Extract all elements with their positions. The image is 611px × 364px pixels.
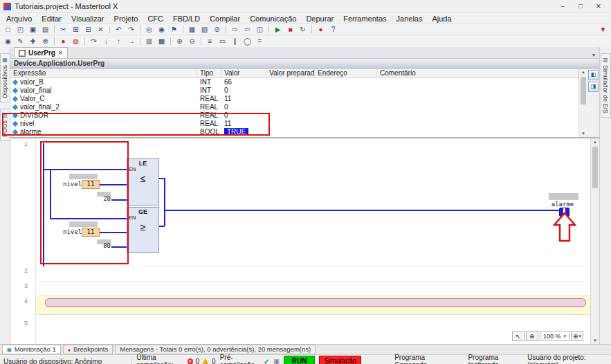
valor-cell[interactable]: 66 — [221, 78, 266, 87]
tab-breakpoints[interactable]: ● Breakpoints — [63, 345, 113, 354]
panel-tab-dispositivos[interactable]: ▦ Dispositivos — [0, 53, 10, 102]
paste-button[interactable]: ⊟ — [82, 25, 94, 34]
insert-network-button[interactable]: ≡ — [204, 37, 216, 46]
insert-box-button[interactable]: ▭ — [217, 37, 228, 46]
close-button[interactable]: ✕ — [590, 0, 608, 12]
pin-button[interactable]: ◨ — [588, 82, 599, 92]
tab-list-dropdown-icon[interactable]: ▾ — [592, 52, 595, 58]
insert-contact-button[interactable]: ∥ — [229, 37, 241, 46]
network-4-number[interactable]: 4 — [24, 298, 28, 304]
network-2-number[interactable]: 2 — [24, 267, 28, 274]
col-expressao[interactable]: Expressão — [10, 69, 197, 78]
print-button[interactable]: ▤ — [39, 25, 51, 34]
editor-scrollbar[interactable]: ▲ ▼ — [590, 138, 599, 344]
build-button[interactable]: ▦ — [186, 25, 198, 34]
valor-cell[interactable]: 11 — [221, 120, 266, 128]
menu-arquivo[interactable]: Arquivo — [1, 15, 37, 23]
valor-preparado-cell[interactable] — [266, 103, 315, 111]
filter-icon[interactable]: ▼ — [597, 25, 609, 34]
table-row[interactable]: valor_final_2 REAL 0 — [10, 103, 578, 111]
coil-true-indicator[interactable] — [559, 208, 569, 217]
panel-tab-simulador[interactable]: ▥ Simulador de E/S — [601, 53, 611, 118]
zoom-in-button[interactable]: ⊕ — [174, 37, 185, 46]
scroll-thumb[interactable] — [581, 77, 586, 104]
menu-projeto[interactable]: Projeto — [109, 15, 143, 23]
valor-preparado-cell[interactable] — [266, 95, 315, 103]
operand-nivel-2[interactable]: nivel — [63, 228, 81, 235]
find-button[interactable]: ◎ — [143, 25, 155, 34]
menu-cfc[interactable]: CFC — [143, 15, 168, 23]
ge-block[interactable]: GE EN ≥ — [127, 207, 159, 253]
reset-button[interactable]: ↻ — [297, 25, 309, 34]
write-values-button[interactable]: ✎ — [15, 37, 26, 46]
zoom-out-button[interactable]: ⊖ — [186, 37, 198, 46]
insert-coil-button[interactable]: ◯ — [241, 37, 253, 46]
valor-cell[interactable]: 0 — [221, 103, 266, 111]
output-alarme-label[interactable]: alarme — [545, 201, 581, 208]
run-to-cursor-button[interactable]: → — [125, 37, 137, 46]
bool-true-badge[interactable]: TRUE — [224, 128, 248, 136]
online-config-button[interactable]: ◫ — [254, 25, 266, 34]
col-valor-preparado[interactable]: Valor preparado — [266, 69, 315, 78]
menu-janelas[interactable]: Janelas — [392, 15, 428, 23]
table-row[interactable]: valor_final INT 0 — [10, 87, 578, 95]
cut-button[interactable]: ✂ — [57, 25, 69, 34]
breakpoint-button[interactable]: ● — [315, 25, 327, 34]
table-row-alarme[interactable]: alarme BOOL TRUE — [10, 128, 578, 136]
valor-preparado-cell[interactable] — [266, 111, 315, 120]
force-values-button[interactable]: ✚ — [27, 37, 39, 46]
col-comentario[interactable]: Comentário — [377, 69, 578, 78]
logout-button[interactable]: ⇦ — [241, 25, 253, 34]
valor-cell[interactable]: 0 — [221, 111, 266, 120]
tab-mensagens[interactable]: Mensagens - Totais 0 erro(s), 0 advertên… — [115, 345, 316, 354]
step-over-button[interactable]: ↷ — [88, 37, 100, 46]
table-row[interactable]: Valor_C REAL 11 — [10, 95, 578, 103]
operand-const-20[interactable]: 20 — [100, 195, 111, 202]
menu-comunicacao[interactable]: Comunicação — [245, 15, 301, 23]
login-button[interactable]: ⇨ — [229, 25, 241, 34]
clean-button[interactable]: ⊘ — [211, 25, 223, 34]
menu-compilar[interactable]: Compilar — [205, 15, 245, 23]
network-5-number[interactable]: 5 — [24, 320, 28, 327]
find-next-button[interactable]: ◉ — [156, 25, 167, 34]
operand-nivel-1[interactable]: nivel — [63, 181, 81, 188]
valor-preparado-cell[interactable] — [266, 87, 315, 95]
network-4-selected-element[interactable] — [45, 298, 586, 307]
menu-fbd-ld[interactable]: FBD/LD — [168, 15, 205, 23]
menu-depurar[interactable]: Depurar — [301, 15, 338, 23]
valor-preparado-cell[interactable] — [266, 128, 315, 136]
monitoring-button[interactable]: ◉ — [2, 37, 14, 46]
network-1-number[interactable]: 1 — [24, 140, 28, 147]
save-button[interactable]: ▣ — [27, 25, 39, 34]
tab-userprg[interactable]: UserPrg ✕ — [14, 47, 68, 58]
new-breakpoint-button[interactable]: ◍ — [70, 37, 82, 46]
help-button[interactable]: ? — [327, 25, 339, 34]
menu-visualizar[interactable]: Visualizar — [66, 15, 109, 23]
scroll-down-icon[interactable]: ▼ — [581, 130, 585, 137]
generate-code-button[interactable]: ▧ — [199, 25, 210, 34]
table-row[interactable]: valor_B INT 66 — [10, 78, 578, 87]
cursor-tool-button[interactable]: ↖ — [512, 331, 525, 341]
ladder-editor[interactable]: 1 2 3 4 5 — [10, 138, 590, 344]
menu-ajuda[interactable]: Ajuda — [427, 15, 456, 23]
bookmark-button[interactable]: ⚑ — [168, 25, 180, 34]
valor-cell[interactable]: 0 — [221, 87, 266, 95]
le-block[interactable]: LE EN ≤ — [127, 158, 159, 206]
tab-close-icon[interactable]: ✕ — [58, 50, 63, 56]
magnifier-menu-button[interactable]: ⊕ ▾ — [571, 331, 583, 341]
new-project-button[interactable]: □ — [2, 25, 14, 34]
display-decimal-button[interactable]: ▩ — [156, 37, 167, 46]
col-endereco[interactable]: Endereço — [315, 69, 377, 78]
unforce-values-button[interactable]: ⊗ — [39, 37, 51, 46]
network-3-number[interactable]: 3 — [24, 282, 28, 289]
step-into-button[interactable]: ↓ — [100, 37, 112, 46]
menu-ferramentas[interactable]: Ferramentas — [338, 15, 391, 23]
scroll-down-icon[interactable]: ▼ — [593, 337, 597, 344]
valor-preparado-cell[interactable] — [266, 120, 315, 128]
col-valor[interactable]: Valor — [221, 69, 266, 78]
delete-button[interactable]: ✕ — [95, 25, 107, 34]
menu-editar[interactable]: Editar — [37, 15, 66, 23]
maximize-button[interactable]: □ — [572, 0, 590, 12]
valor-preparado-cell[interactable] — [266, 78, 315, 87]
redo-button[interactable]: ↷ — [125, 25, 137, 34]
